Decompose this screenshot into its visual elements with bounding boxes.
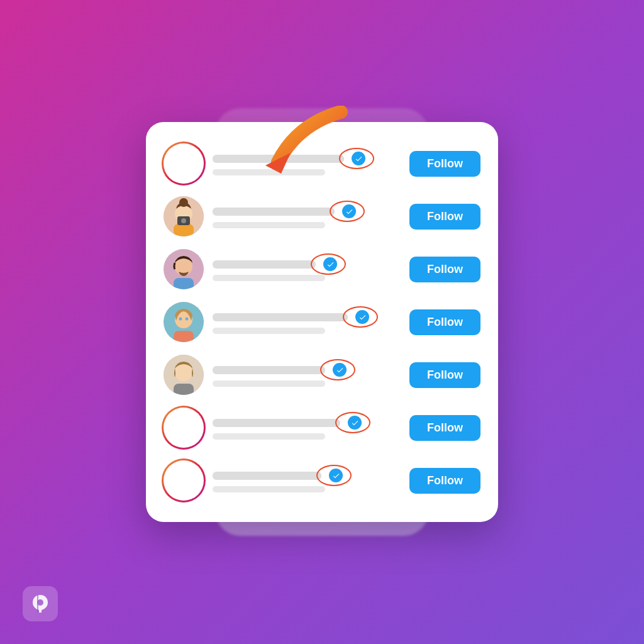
verified-oval: [335, 412, 370, 433]
verified-wrap: [338, 204, 356, 218]
user-row: Follow: [158, 296, 486, 348]
logo-wrap: [23, 586, 58, 621]
verified-oval: [320, 359, 355, 380]
svg-point-17: [175, 258, 192, 275]
sub-bar: [213, 328, 325, 334]
sub-bar: [213, 275, 325, 281]
verified-wrap: [344, 416, 362, 430]
user-info: [213, 152, 401, 175]
avatar: [164, 355, 204, 395]
name-bar: [213, 208, 335, 216]
name-bar: [213, 155, 344, 163]
name-bar: [213, 366, 325, 374]
avatar-ring: [162, 406, 206, 450]
avatar: [164, 249, 204, 289]
follow-button-7[interactable]: Follow: [409, 468, 480, 494]
verified-wrap: [348, 152, 365, 165]
follow-button-3[interactable]: Follow: [409, 257, 480, 282]
follow-button-5[interactable]: Follow: [409, 362, 480, 388]
user-row: Follow: [158, 137, 486, 190]
name-bar: [213, 313, 348, 321]
verified-oval: [330, 201, 365, 222]
sub-bar: [213, 380, 325, 387]
sub-bar: [213, 433, 325, 440]
name-bar: [213, 419, 340, 427]
user-row: Follow: [158, 243, 486, 296]
follow-button-1[interactable]: Follow: [409, 151, 480, 177]
avatar: [164, 302, 204, 342]
user-info: [213, 469, 401, 492]
avatar-wrap: [164, 460, 204, 501]
avatar-wrap: [164, 196, 204, 236]
sub-bar: [213, 486, 325, 492]
svg-rect-10: [174, 224, 194, 236]
verified-oval: [343, 306, 378, 328]
follow-button-4[interactable]: Follow: [409, 309, 480, 335]
user-row: Follow: [158, 348, 486, 401]
user-row: Follow: [158, 454, 486, 507]
avatar-wrap: [164, 408, 204, 448]
svg-point-21: [179, 318, 182, 321]
svg-rect-24: [174, 384, 194, 395]
verified-wrap: [329, 363, 347, 377]
svg-point-25: [175, 364, 192, 381]
name-bar: [213, 472, 321, 480]
avatar-wrap: [164, 302, 204, 342]
user-row: Follow: [158, 401, 486, 454]
verified-oval: [311, 253, 346, 275]
user-info: [213, 310, 401, 334]
verified-oval: [339, 148, 374, 169]
follow-button-2[interactable]: Follow: [409, 204, 480, 230]
avatar-ring: [162, 458, 206, 502]
sub-bar: [213, 222, 325, 228]
svg-point-14: [181, 218, 186, 223]
user-info: [213, 257, 401, 281]
user-info: [213, 363, 401, 387]
main-card: Follow: [146, 122, 498, 522]
logo-icon: [23, 586, 58, 621]
svg-rect-19: [174, 331, 194, 342]
avatar-wrap: [164, 249, 204, 289]
user-info: [213, 204, 401, 228]
verified-oval: [316, 465, 352, 486]
user-row: Follow: [158, 190, 486, 243]
avatar-wrap: [164, 355, 204, 395]
svg-point-22: [186, 318, 189, 321]
sub-bar: [213, 169, 325, 175]
name-bar: [213, 260, 316, 269]
follow-button-6[interactable]: Follow: [409, 415, 480, 441]
verified-wrap: [319, 257, 337, 271]
verified-wrap: [352, 310, 369, 324]
avatar: [164, 196, 204, 236]
avatar-ring: [162, 142, 206, 186]
user-info: [213, 416, 401, 440]
svg-point-12: [179, 198, 188, 207]
avatar-wrap: [164, 143, 204, 184]
svg-rect-16: [174, 278, 194, 289]
verified-wrap: [325, 469, 343, 482]
